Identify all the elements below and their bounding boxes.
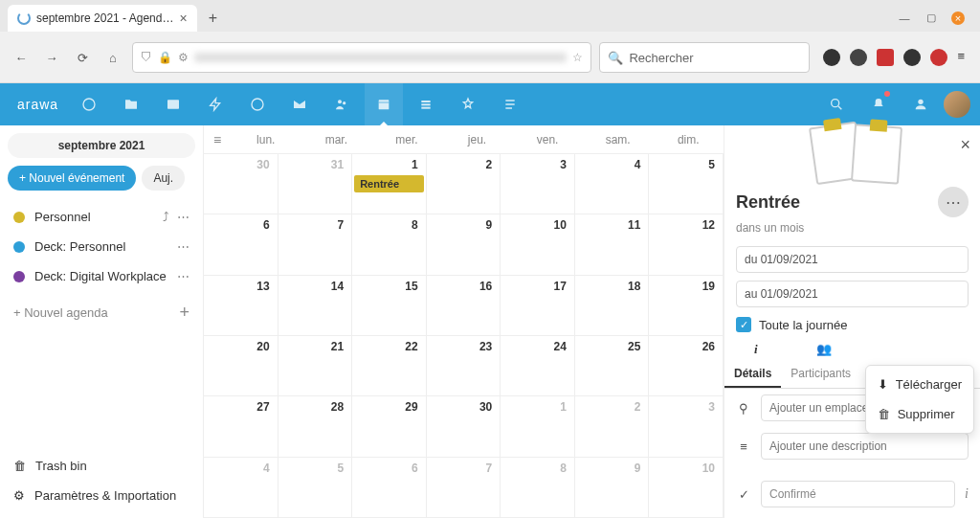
calendar-item[interactable]: Personnel ⤴⋯	[8, 202, 195, 232]
mail-icon[interactable]	[280, 83, 319, 125]
browser-tab[interactable]: septembre 2021 - Agend… ×	[8, 5, 197, 32]
calendar-cell[interactable]: 21	[278, 336, 353, 396]
calendar-cell[interactable]: 22	[352, 336, 427, 396]
notes-icon[interactable]	[491, 83, 529, 125]
contacts-icon[interactable]	[323, 83, 361, 125]
calendar-cell[interactable]: 29	[352, 396, 427, 457]
calendar-cell[interactable]: 12	[649, 214, 724, 275]
description-input[interactable]	[761, 433, 969, 460]
user-avatar[interactable]	[944, 91, 970, 118]
calendar-item[interactable]: Deck: Digital Workplace ⋯	[8, 261, 195, 291]
ext-icon-1[interactable]	[823, 49, 840, 66]
talk-icon[interactable]	[238, 83, 277, 125]
more-icon[interactable]: ⋯	[177, 210, 189, 224]
calendar-cell[interactable]: 4	[204, 458, 278, 518]
status-select[interactable]	[761, 481, 955, 507]
calendar-icon[interactable]	[365, 83, 403, 125]
download-menu-item[interactable]: ⬇ Télécharger	[866, 370, 973, 399]
trash-button[interactable]: 🗑 Trash bin	[8, 451, 195, 481]
ext-icon-3[interactable]	[877, 49, 894, 66]
bookmark-icon[interactable]: ☆	[572, 51, 583, 64]
activity-icon[interactable]	[196, 83, 234, 125]
calendar-cell[interactable]: 2	[575, 396, 650, 457]
calendar-cell[interactable]: 7	[427, 458, 501, 518]
calendar-cell[interactable]: 4	[575, 154, 650, 214]
settings-button[interactable]: ⚙ Paramètres & Importation	[8, 481, 195, 510]
browser-search[interactable]: 🔍 Rechercher	[599, 42, 810, 73]
files-icon[interactable]	[112, 83, 150, 125]
calendar-cell[interactable]: 28	[278, 396, 353, 457]
photos-icon[interactable]	[154, 83, 192, 125]
menu-icon[interactable]: ≡	[957, 49, 965, 66]
calendar-cell[interactable]: 7	[278, 214, 353, 275]
month-nav[interactable]: septembre 2021	[8, 133, 195, 158]
calendar-cell[interactable]: 5	[649, 154, 724, 214]
new-tab-button[interactable]: +	[201, 6, 225, 31]
calendar-cell[interactable]: 6	[352, 458, 427, 518]
ext-icon-4[interactable]	[903, 49, 921, 66]
forward-button[interactable]: →	[40, 46, 63, 69]
calendar-cell[interactable]: 30	[204, 154, 278, 214]
ext-icon-2[interactable]	[850, 49, 867, 66]
calendar-cell[interactable]: 24	[501, 336, 575, 396]
maximize-icon[interactable]: ▢	[924, 11, 938, 25]
calendar-cell[interactable]: 23	[427, 336, 501, 396]
share-icon[interactable]: ⤴	[163, 210, 169, 224]
minimize-icon[interactable]: —	[898, 11, 911, 25]
event-more-button[interactable]: ⋯	[938, 187, 969, 217]
contacts-menu-icon[interactable]	[902, 83, 940, 125]
calendar-cell[interactable]: 31	[278, 154, 353, 214]
reload-button[interactable]: ⟳	[71, 46, 94, 69]
all-day-checkbox[interactable]: ✓ Toute la journée	[724, 311, 980, 338]
calendar-cell[interactable]: 13	[204, 276, 278, 336]
tab-participants[interactable]: Participants	[781, 361, 860, 388]
calendar-cell[interactable]: 19	[649, 276, 724, 336]
calendar-cell[interactable]: 1	[501, 396, 575, 457]
calendar-cell[interactable]: 10	[501, 214, 575, 275]
tab-details[interactable]: Détails	[724, 361, 781, 388]
calendar-cell[interactable]: 9	[575, 458, 650, 518]
view-menu-icon[interactable]: ≡	[204, 125, 231, 153]
url-bar[interactable]: ⛉ 🔒 ⚙ ☆	[132, 42, 591, 73]
calendar-cell[interactable]: 17	[501, 276, 575, 336]
new-event-button[interactable]: + Nouvel événement	[8, 166, 136, 191]
calendar-cell[interactable]: 18	[575, 276, 650, 336]
calendar-cell[interactable]: 9	[427, 214, 501, 275]
calendar-cell[interactable]: 8	[352, 214, 427, 275]
info-icon[interactable]: i	[965, 486, 969, 502]
calendar-cell[interactable]: 5	[278, 458, 353, 518]
delete-menu-item[interactable]: 🗑 Supprimer	[866, 399, 973, 429]
calendar-cell[interactable]: 1Rentrée	[352, 154, 427, 214]
calendar-cell[interactable]: 10	[649, 458, 724, 518]
calendar-cell[interactable]: 20	[204, 336, 278, 396]
calendar-cell[interactable]: 30	[427, 396, 501, 457]
new-calendar-button[interactable]: + Nouvel agenda +	[8, 295, 195, 330]
calendar-cell[interactable]: 8	[501, 458, 575, 518]
deck-icon[interactable]	[407, 83, 445, 125]
date-from-input[interactable]	[736, 246, 969, 273]
more-icon[interactable]: ⋯	[177, 269, 189, 283]
close-window-icon[interactable]: ×	[951, 11, 965, 25]
calendar-cell[interactable]: 3	[649, 396, 724, 457]
close-panel-icon[interactable]: ×	[960, 135, 970, 155]
back-button[interactable]: ←	[10, 46, 33, 69]
calendar-cell[interactable]: 26	[649, 336, 724, 396]
calendar-cell[interactable]: 27	[204, 396, 278, 457]
calendar-cell[interactable]: 3	[501, 154, 575, 214]
more-icon[interactable]: ⋯	[177, 239, 189, 254]
tab-close-icon[interactable]: ×	[179, 11, 187, 26]
calendar-cell[interactable]: 14	[278, 276, 353, 336]
home-button[interactable]: ⌂	[101, 46, 124, 69]
bookmarks-icon[interactable]	[449, 83, 487, 125]
calendar-cell[interactable]: 16	[427, 276, 501, 336]
calendar-cell[interactable]: 11	[575, 214, 650, 275]
calendar-cell[interactable]: 2	[427, 154, 501, 214]
event-title[interactable]: Rentrée	[736, 192, 938, 213]
date-to-input[interactable]	[736, 281, 969, 307]
calendar-cell[interactable]: 6	[204, 214, 278, 275]
today-button[interactable]: Auj.	[142, 166, 185, 191]
calendar-cell[interactable]: 15	[352, 276, 427, 336]
calendar-cell[interactable]: 25	[575, 336, 650, 396]
event-chip[interactable]: Rentrée	[354, 175, 424, 192]
dashboard-icon[interactable]	[70, 83, 108, 125]
